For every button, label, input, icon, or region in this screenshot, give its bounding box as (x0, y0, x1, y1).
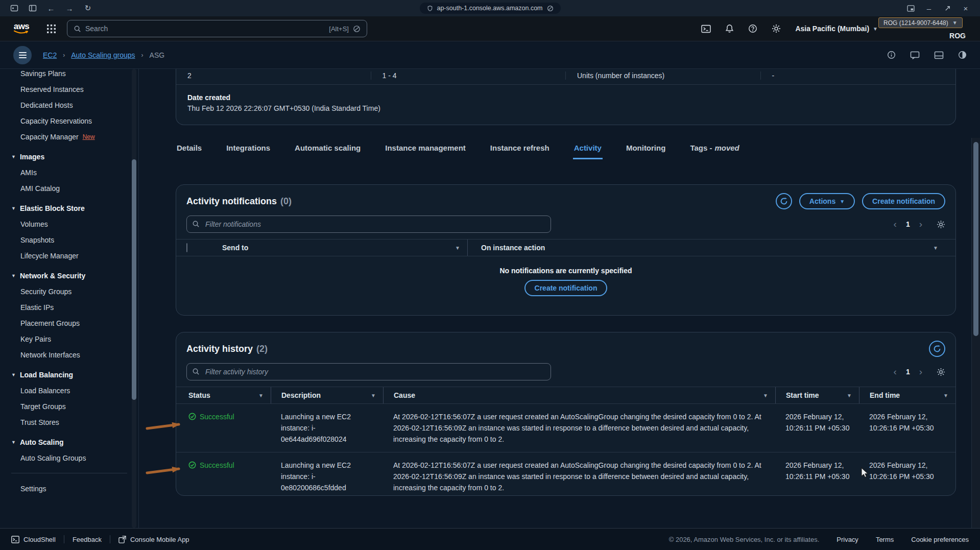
sort-caret-icon: ▼ (933, 245, 938, 251)
sidebar-section-load-balancing[interactable]: ▼Load Balancing (0, 367, 138, 382)
history-refresh-button[interactable] (929, 341, 945, 357)
side-nav-toggle[interactable] (13, 46, 32, 64)
sidebar-item-target-groups[interactable]: Target Groups (0, 398, 138, 414)
breadcrumb-auto-scaling-groups[interactable]: Auto Scaling groups (71, 51, 135, 59)
services-grid-icon[interactable] (47, 25, 56, 33)
column-status[interactable]: Status▼ (176, 387, 271, 403)
empty-create-notification-button[interactable]: Create notification (524, 280, 608, 296)
sidebar-section-auto-scaling[interactable]: ▼Auto Scaling (0, 434, 138, 450)
actions-dropdown-button[interactable]: Actions ▼ (799, 193, 855, 209)
search-input[interactable] (85, 25, 325, 33)
sidebar-item-security-groups[interactable]: Security Groups (0, 283, 138, 299)
sidebar-item-network-interfaces[interactable]: Network Interfaces (0, 347, 138, 363)
sidebar-item-volumes[interactable]: Volumes (0, 216, 138, 232)
cause-cell: At 2026-02-12T16:56:07Z a user request c… (383, 411, 775, 445)
sidebar-section-network-security[interactable]: ▼Network & Security (0, 268, 138, 283)
tab-activity[interactable]: Activity (573, 140, 603, 159)
terms-link[interactable]: Terms (876, 536, 894, 543)
notifications-filter-input[interactable] (186, 216, 551, 233)
feedback-panel-icon[interactable] (910, 51, 920, 59)
sidebar-item-capacity-reservations[interactable]: Capacity Reservations (0, 113, 138, 129)
preferences-gear-icon[interactable] (937, 220, 945, 229)
page-number[interactable]: 1 (906, 220, 910, 228)
help-icon[interactable] (748, 24, 757, 33)
tab-tags[interactable]: Tags -moved (689, 140, 740, 159)
aws-logo[interactable]: aws (11, 23, 32, 35)
sidebar-section-images[interactable]: ▼Images (0, 149, 138, 164)
sidebar-item-key-pairs[interactable]: Key Pairs (0, 331, 138, 347)
sidebar-item-dedicated-hosts[interactable]: Dedicated Hosts (0, 97, 138, 113)
tab-automatic-scaling[interactable]: Automatic scaling (294, 140, 362, 159)
next-page-button[interactable]: › (917, 368, 924, 376)
tab-monitoring[interactable]: Monitoring (625, 140, 666, 159)
sidebar-item-amis[interactable]: AMIs (0, 164, 138, 180)
cookie-preferences-link[interactable]: Cookie preferences (911, 536, 969, 543)
status-text: Successful (200, 460, 234, 471)
sidebar-item-ami-catalog[interactable]: AMI Catalog (0, 180, 138, 196)
tab-instance-refresh[interactable]: Instance refresh (489, 140, 551, 159)
forward-button[interactable]: → (63, 2, 76, 14)
sidebar-section-elastic-block-store[interactable]: ▼Elastic Block Store (0, 200, 138, 216)
tracking-protection-icon[interactable] (547, 5, 554, 12)
back-button[interactable]: ← (44, 2, 58, 14)
sidebar-item-placement-groups[interactable]: Placement Groups (0, 315, 138, 331)
reload-button[interactable]: ↻ (81, 2, 94, 14)
sidebar-item-lifecycle-manager[interactable]: Lifecycle Manager (0, 248, 138, 264)
sidebar-item-savings-plans[interactable]: Savings Plans (0, 69, 138, 81)
tab-details[interactable]: Details (176, 140, 203, 159)
history-filter-input[interactable] (186, 363, 551, 380)
column-start-time[interactable]: Start time▼ (775, 387, 859, 403)
sidebar-scrollbar-thumb[interactable] (132, 159, 136, 400)
previous-page-button[interactable]: ‹ (892, 220, 899, 228)
page-scrollbar-track[interactable] (971, 138, 980, 550)
sidebar-item-snapshots[interactable]: Snapshots (0, 232, 138, 248)
minimize-button[interactable]: – (922, 2, 936, 14)
theme-icon[interactable] (958, 51, 967, 59)
region-selector[interactable]: Asia Pacific (Mumbai) ▼ (795, 25, 878, 33)
picture-in-picture-icon[interactable] (904, 2, 917, 14)
tab-instance-management[interactable]: Instance management (384, 140, 467, 159)
sidebar-item-load-balancers[interactable]: Load Balancers (0, 382, 138, 398)
next-page-button[interactable]: › (917, 220, 924, 228)
split-view-icon[interactable] (934, 51, 944, 59)
create-notification-button[interactable]: Create notification (862, 193, 945, 209)
browser-app-icon[interactable] (8, 2, 21, 14)
column-send-to[interactable]: Send to ▼ (212, 240, 467, 256)
breadcrumb-ec2[interactable]: EC2 (43, 51, 57, 59)
page-number[interactable]: 1 (906, 368, 910, 376)
previous-page-button[interactable]: ‹ (892, 368, 899, 376)
notifications-refresh-button[interactable] (776, 193, 792, 209)
section-caret-icon: ▼ (11, 154, 16, 159)
notifications-bell-icon[interactable] (725, 24, 734, 33)
sidebar-item-capacity-manager[interactable]: Capacity ManagerNew (0, 129, 138, 145)
console-mobile-app-button[interactable]: Console Mobile App (118, 536, 189, 543)
cloudshell-icon[interactable] (701, 25, 711, 33)
account-autofill-overlay[interactable]: ROG (1214-9007-6448) ▼ (878, 17, 963, 28)
feedback-button[interactable]: Feedback (73, 536, 102, 543)
sidebar-item-trust-stores[interactable]: Trust Stores (0, 414, 138, 430)
sidebar-item-elastic-ips[interactable]: Elastic IPs (0, 299, 138, 315)
sidebar-item-settings[interactable]: Settings (0, 481, 138, 496)
cloudshell-button[interactable]: CloudShell (11, 536, 56, 543)
restore-button[interactable] (941, 2, 954, 14)
select-all-checkbox[interactable] (186, 243, 187, 252)
column-description[interactable]: Description▼ (271, 387, 383, 403)
column-end-time[interactable]: End time▼ (859, 387, 955, 403)
account-menu[interactable]: ROG (949, 32, 966, 40)
sidebar-item-auto-scaling-groups[interactable]: Auto Scaling Groups (0, 450, 138, 466)
privacy-link[interactable]: Privacy (836, 536, 858, 543)
preferences-gear-icon[interactable] (937, 368, 945, 376)
browser-chrome: ← → ↻ ap-south-1.console.aws.amazon.com … (0, 0, 980, 16)
sidebar-toggle-icon[interactable] (26, 2, 39, 14)
info-icon[interactable] (887, 51, 896, 59)
section-caret-icon: ▼ (11, 372, 16, 377)
column-on-instance-action[interactable]: On instance action ▼ (467, 240, 945, 256)
tab-integrations[interactable]: Integrations (225, 140, 271, 159)
page-scrollbar-thumb[interactable] (973, 142, 978, 336)
settings-gear-icon[interactable] (772, 24, 781, 33)
close-button[interactable]: × (959, 2, 972, 14)
sidebar-item-reserved-instances[interactable]: Reserved Instances (0, 81, 138, 97)
global-search[interactable]: [Alt+S] (67, 20, 367, 37)
column-cause[interactable]: Cause▼ (383, 387, 775, 403)
address-bar[interactable]: ap-south-1.console.aws.amazon.com (419, 3, 560, 14)
